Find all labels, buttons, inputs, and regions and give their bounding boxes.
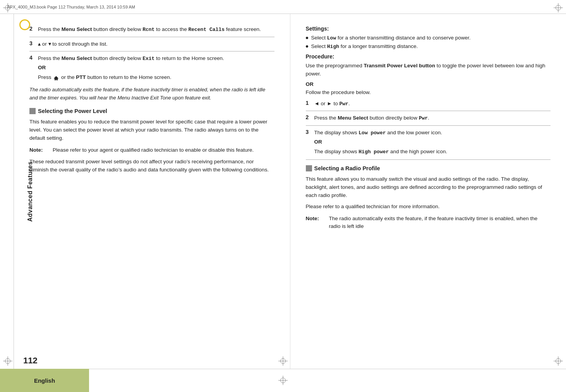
step-4-or: OR xyxy=(38,64,274,72)
step-2-num: 2 xyxy=(29,26,38,34)
power-level-para1: This feature enables you to reduce the t… xyxy=(29,118,274,142)
step-4-or-content: Press or the PTT button to return to the… xyxy=(38,74,274,81)
right-step-1-mono: Pwr xyxy=(340,101,348,107)
section-icon xyxy=(29,108,36,114)
right-step-2-content: Press the Menu Select button directly be… xyxy=(314,114,551,122)
section-radio-profile-title: Selecting a Radio Profile xyxy=(314,165,380,171)
note-content-1: Please refer to your agent or qualified … xyxy=(53,146,274,154)
low-power-text: Low power xyxy=(358,130,386,136)
step-2-content: Press the Menu Select button directly be… xyxy=(38,26,274,34)
step-4: 4 Press the Menu Select button directly … xyxy=(29,55,274,81)
bullet-2: Select High for a longer transmitting di… xyxy=(306,43,551,50)
italic-block: The radio automatically exits the featur… xyxy=(29,86,274,102)
bullet-2-bold: High xyxy=(327,44,339,50)
note-block-2: Note: The radio automatically exits the … xyxy=(306,215,551,231)
content-area: 2 Press the Menu Select button directly … xyxy=(14,14,566,369)
note-label-2: Note: xyxy=(306,215,329,231)
right-step-3: 3 The display shows Low power and the lo… xyxy=(306,129,551,156)
right-column: Settings: Select Low for a shorter trans… xyxy=(290,14,566,369)
note-content-2: The radio automatically exits the featur… xyxy=(329,215,551,231)
step-3-num: 3 xyxy=(29,40,38,48)
step-3-content: ▴ or ▾ to scroll through the list. xyxy=(38,40,274,48)
note-block-1: Note: Please refer to your agent or qual… xyxy=(29,146,274,154)
step-2-mono2: Recent Calls xyxy=(188,27,225,33)
right-step-3-or: OR xyxy=(314,138,551,146)
right-step-2-bold: Menu Select xyxy=(338,115,368,121)
transmit-power-bold: Transmit Power Level button xyxy=(364,63,436,68)
corner-crosshair-tl xyxy=(3,3,12,12)
sidebar: Advanced Features xyxy=(0,14,14,369)
right-step-1-content: ◄ or ► to Pwr. xyxy=(314,100,551,108)
header-bar: APX_4000_M3.book Page 112 Thursday, Marc… xyxy=(0,0,566,14)
bullet-1-content: Select Low for a shorter transmitting di… xyxy=(311,35,471,41)
section-power-level-title: Selecting the Power Level xyxy=(38,108,107,114)
step-4-num: 4 xyxy=(29,55,38,81)
radio-profile-para2: Please refer to a qualified technician f… xyxy=(306,203,551,211)
settings-heading: Settings: xyxy=(306,26,551,32)
right-step-1-num: 1 xyxy=(306,100,314,108)
section-power-level-heading: Selecting the Power Level xyxy=(29,108,274,114)
step-4-bold2: PTT xyxy=(76,74,86,80)
mid-bottom-crosshair xyxy=(278,356,288,366)
step-3: 3 ▴ or ▾ to scroll through the list. xyxy=(29,40,274,48)
left-column: 2 Press the Menu Select button directly … xyxy=(14,14,290,369)
right-step-3-num: 3 xyxy=(306,129,314,156)
bullet-dot-1 xyxy=(306,37,308,39)
high-power-text: High power xyxy=(358,149,389,155)
bullet-1: Select Low for a shorter transmitting di… xyxy=(306,35,551,41)
step-4-bold1: Menu Select xyxy=(62,55,92,61)
right-step-1: 1 ◄ or ► to Pwr. xyxy=(306,100,551,108)
procedure-or: OR xyxy=(306,81,551,87)
right-step-2-num: 2 xyxy=(306,114,314,122)
header-text: APX_4000_M3.book Page 112 Thursday, Marc… xyxy=(7,5,135,9)
follow-text: Follow the procedure below. xyxy=(306,89,551,97)
radio-profile-para1: This feature allows you to manually swit… xyxy=(306,175,551,200)
step-2-bold1: Menu Select xyxy=(62,26,92,32)
right-step-2: 2 Press the Menu Select button directly … xyxy=(306,114,551,122)
corner-crosshair-tr xyxy=(554,3,563,12)
power-level-para2: These reduced transmit power level setti… xyxy=(29,158,274,174)
bullet-dot-2 xyxy=(306,45,308,48)
footer-english: English xyxy=(0,369,89,392)
footer-right xyxy=(89,369,566,392)
footer-center-crosshair xyxy=(278,376,288,385)
section-radio-profile-heading: Selecting a Radio Profile xyxy=(306,165,551,171)
step-4-content: Press the Menu Select button directly be… xyxy=(38,55,274,81)
section-radio-profile-icon xyxy=(306,165,312,171)
right-step-3-content: The display shows Low power and the low … xyxy=(314,129,551,156)
step-4-mono1: Exit xyxy=(142,56,154,62)
procedure-heading: Procedure: xyxy=(306,53,551,60)
bullet-2-content: Select High for a longer transmitting di… xyxy=(311,43,418,50)
step-2: 2 Press the Menu Select button directly … xyxy=(29,26,274,34)
bullet-1-bold: Low xyxy=(327,35,336,41)
svg-marker-0 xyxy=(54,76,58,80)
right-step-2-mono: Pwr xyxy=(419,115,428,121)
step-2-mono1: Rcnt xyxy=(142,27,154,33)
procedure-text: Use the preprogrammed Transmit Power Lev… xyxy=(306,62,551,78)
note-label-1: Note: xyxy=(29,146,53,154)
italic-text: The radio automatically exits the featur… xyxy=(29,87,265,101)
home-icon xyxy=(53,75,59,80)
